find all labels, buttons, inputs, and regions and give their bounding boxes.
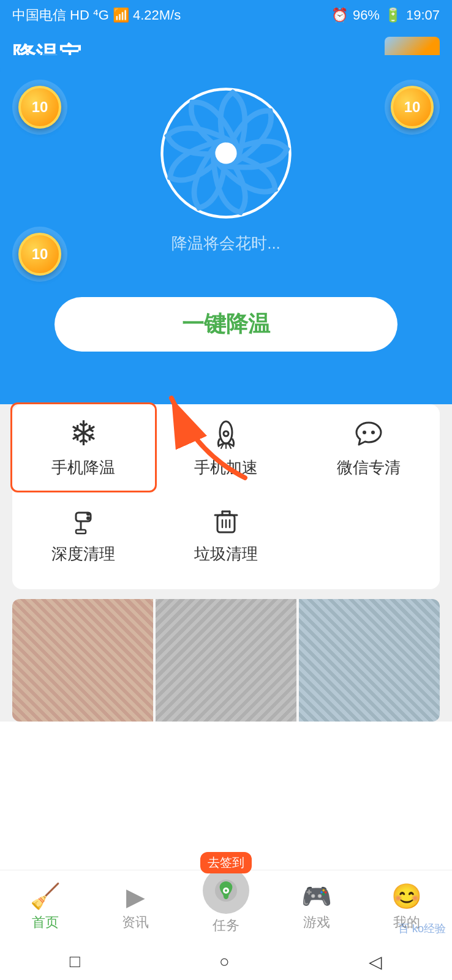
app-title: 降温宝 (12, 40, 82, 71)
time-display: 19:07 (406, 7, 440, 23)
deep-clean-icon (66, 503, 100, 537)
nav-news[interactable]: ▶ 资讯 (91, 883, 181, 932)
func-deep-clean[interactable]: 深度清理 (12, 491, 155, 577)
fan-icon (159, 86, 293, 221)
oneclick-btn-container[interactable]: 一键降温 (0, 279, 452, 352)
cooldown-text-area: 降温将会花时... (0, 233, 452, 254)
battery-icon: 🔋 (385, 7, 401, 23)
func-junk-clean[interactable]: 垃圾清理 (155, 491, 298, 577)
svg-point-4 (363, 431, 366, 434)
status-bar: 中国电信 HD ⁴G 📶 4.22M/s ⏰ 96% 🔋 19:07 (0, 0, 452, 31)
func-wechat-clean[interactable]: 微信专清 (297, 404, 440, 491)
oneclick-button[interactable]: 一键降温 (55, 297, 397, 352)
functions-area: ❄ 手机降温 手机加速 微信专清 (0, 404, 452, 722)
nav-task[interactable]: 去签到 任务 (181, 880, 271, 935)
status-left: 中国电信 HD ⁴G 📶 4.22M/s (12, 6, 181, 24)
svg-point-3 (224, 431, 228, 436)
network-speed: 4.22M/s (133, 7, 181, 23)
app-header: 降温宝 (0, 31, 452, 74)
task-icon (203, 867, 249, 914)
phone-cool-icon: ❄ (69, 417, 98, 451)
content-thumb-3 (299, 599, 440, 722)
main-blue-area: 10 10 10 (0, 74, 452, 417)
game-icon: 🎮 (301, 882, 332, 911)
signal-hd: HD (70, 7, 89, 23)
news-label: 资讯 (122, 913, 149, 932)
bottom-nav: 🧹 首页 ▶ 资讯 去签到 任务 🎮 游戏 😊 我的 (0, 870, 452, 943)
phone-speed-icon (209, 417, 243, 451)
func-empty (297, 491, 440, 577)
func-grid-row1: ❄ 手机降温 手机加速 微信专清 (12, 404, 440, 491)
coin-tl: 10 (18, 86, 61, 129)
wifi-icon: 📶 (113, 7, 129, 23)
phone-speed-label: 手机加速 (194, 457, 258, 478)
content-thumb-1 (12, 599, 153, 722)
nav-game[interactable]: 🎮 游戏 (271, 882, 362, 932)
func-phone-speed[interactable]: 手机加速 (155, 404, 298, 491)
coin-bl: 10 (18, 233, 61, 276)
svg-point-5 (371, 431, 375, 434)
signal-4g: ⁴G (93, 7, 109, 23)
sys-nav-back[interactable]: ◁ (350, 946, 401, 978)
task-label: 任务 (213, 916, 239, 935)
junk-clean-label: 垃圾清理 (194, 543, 258, 565)
header-icon-box (385, 37, 440, 74)
oneclick-label: 一键降温 (182, 309, 270, 339)
mine-icon: 😊 (391, 882, 422, 911)
carrier: 中国电信 (12, 6, 66, 24)
task-badge: 去签到 (200, 852, 252, 873)
news-icon: ▶ (126, 883, 145, 911)
svg-point-10 (86, 516, 90, 520)
content-thumb-2 (156, 599, 296, 722)
wechat-clean-icon (352, 417, 386, 451)
svg-rect-8 (76, 530, 86, 533)
alarm-icon: ⏰ (331, 7, 348, 23)
content-area (12, 599, 440, 722)
game-label: 游戏 (303, 913, 330, 932)
svg-point-2 (220, 421, 232, 443)
system-nav-bar: □ ○ ◁ (0, 943, 452, 980)
svg-point-9 (86, 512, 90, 516)
fan-area (0, 80, 452, 227)
battery-percent: 96% (353, 7, 380, 23)
func-grid-row2: 深度清理 垃圾清理 (12, 491, 440, 589)
junk-clean-icon (209, 503, 243, 537)
svg-point-1 (215, 142, 236, 164)
home-label: 首页 (32, 913, 59, 932)
watermark: 百 ko经验 (398, 921, 446, 936)
sys-nav-circle[interactable]: ○ (201, 946, 248, 978)
wechat-clean-label: 微信专清 (337, 457, 401, 478)
func-phone-cool[interactable]: ❄ 手机降温 (10, 402, 157, 492)
nav-home[interactable]: 🧹 首页 (0, 882, 91, 932)
svg-point-22 (225, 889, 227, 892)
status-right: ⏰ 96% 🔋 19:07 (331, 7, 440, 23)
phone-cool-label: 手机降温 (51, 457, 115, 478)
sys-nav-square[interactable]: □ (51, 946, 99, 978)
deep-clean-label: 深度清理 (51, 543, 115, 565)
cooldown-text: 降温将会花时... (171, 234, 281, 252)
coin-tr: 10 (391, 86, 434, 129)
home-icon: 🧹 (30, 882, 61, 911)
